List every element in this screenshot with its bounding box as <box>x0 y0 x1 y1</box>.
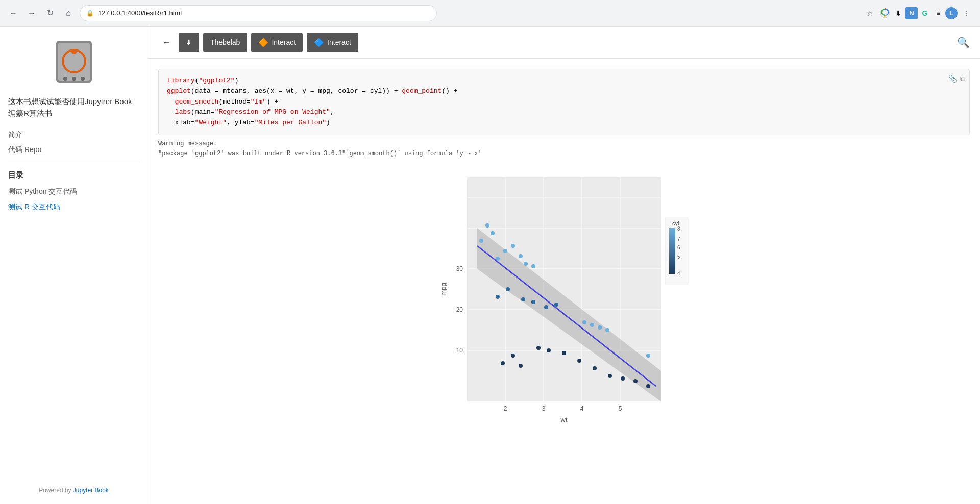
back-button[interactable]: ← <box>6 6 20 20</box>
x-axis-label: wt <box>560 416 568 423</box>
sidebar-toc-title: 目录 <box>8 170 139 180</box>
buffer-ext-icon[interactable]: ≡ <box>932 7 944 19</box>
svg-point-49 <box>598 325 602 330</box>
download-button[interactable]: ⬇ <box>179 33 199 52</box>
y-axis-label: mpg <box>439 283 447 296</box>
svg-point-51 <box>646 354 650 358</box>
svg-point-33 <box>506 287 510 291</box>
warning-line1: Warning message: <box>158 139 970 149</box>
toolbar-back-button[interactable]: ← <box>158 34 175 51</box>
n-ext-icon[interactable]: N <box>905 7 918 19</box>
svg-point-48 <box>590 323 594 327</box>
lock-icon: 🔒 <box>86 10 94 17</box>
google-ext-icon[interactable] <box>879 7 891 19</box>
sidebar-item-python[interactable]: 测试 Python 交互代码 <box>8 184 139 199</box>
sidebar-item-r[interactable]: 测试 R 交互代码 <box>8 199 139 215</box>
sidebar-item-repo[interactable]: 代码 Repo <box>8 142 139 158</box>
address-bar[interactable]: 🔒 127.0.0.1:4000/testR/r1.html <box>80 5 437 21</box>
svg-point-5 <box>63 77 67 81</box>
interact1-button[interactable]: 🔶 Interact <box>251 33 303 52</box>
svg-point-20 <box>501 361 505 365</box>
svg-point-37 <box>554 303 558 307</box>
chart-wrapper: 10 20 30 mpg 2 3 4 5 wt cyl <box>158 167 970 432</box>
interact2-label: Interact <box>327 38 351 46</box>
svg-point-6 <box>72 77 76 81</box>
svg-point-38 <box>479 239 483 243</box>
svg-point-42 <box>503 249 507 253</box>
extension-icons: ⬇ N G ≡ L <box>879 7 958 19</box>
code-cell-container: 📎 ⧉ library("ggplot2") ggplot(data = mtc… <box>158 69 970 135</box>
download-ext-icon[interactable]: ⬇ <box>892 7 904 19</box>
y-tick-20: 20 <box>456 306 463 313</box>
code-cell-actions: 📎 ⧉ <box>948 73 965 85</box>
svg-point-35 <box>531 300 535 304</box>
interact2-icon: 🔷 <box>314 38 324 47</box>
svg-point-30 <box>633 379 638 383</box>
svg-point-22 <box>519 364 523 368</box>
jupyter-logo-svg <box>51 37 97 88</box>
svg-rect-53 <box>669 228 675 274</box>
str-lm: "lm" <box>251 98 266 106</box>
kw-geom-point: geom_point <box>402 87 442 95</box>
bookmark-button[interactable]: ☆ <box>863 6 877 20</box>
x-tick-4: 4 <box>580 405 584 412</box>
user-ext-icon[interactable]: L <box>945 7 958 19</box>
search-icon[interactable]: 🔍 <box>957 36 970 48</box>
svg-point-44 <box>519 254 523 258</box>
sidebar-book-title: 这本书想试试能否使用Jupytrer Book 编纂R算法书 <box>8 96 139 119</box>
interact1-icon: 🔶 <box>258 38 268 47</box>
svg-point-40 <box>491 231 495 235</box>
forward-button[interactable]: → <box>24 6 39 20</box>
x-tick-2: 2 <box>504 405 507 412</box>
warning-container: Warning message: "package 'ggplot2' was … <box>158 139 970 159</box>
x-tick-5: 5 <box>619 405 622 412</box>
copy-icon[interactable]: 📎 <box>948 73 957 85</box>
svg-point-45 <box>524 262 528 266</box>
svg-point-23 <box>536 346 541 350</box>
browser-chrome: ← → ↻ ⌂ 🔒 127.0.0.1:4000/testR/r1.html ☆… <box>0 0 980 27</box>
code-line-5: xlab="Weight", ylab="Miles per Gallon") <box>167 118 961 129</box>
svg-point-36 <box>544 305 548 309</box>
code-line-2: ggplot(data = mtcars, aes(x = wt, y = mp… <box>167 86 961 97</box>
svg-point-4 <box>71 49 77 54</box>
str-ggplot2: "ggplot2" <box>199 77 234 84</box>
thebelab-label: Thebelab <box>210 38 240 46</box>
toolbar: ← ⬇ Thebelab 🔶 Interact 🔷 Interact 🔍 <box>148 27 980 59</box>
svg-point-28 <box>608 374 612 378</box>
footer-text: Powered by <box>39 487 73 494</box>
download-icon: ⬇ <box>186 38 192 46</box>
home-button[interactable]: ⌂ <box>61 6 76 20</box>
str-ylab: "Miles per Gallon" <box>255 119 326 127</box>
svg-point-41 <box>496 257 500 261</box>
svg-point-24 <box>547 348 551 352</box>
legend-val-5: 5 <box>677 254 680 260</box>
menu-button[interactable]: ⋮ <box>960 6 974 20</box>
interact2-button[interactable]: 🔷 Interact <box>307 33 358 52</box>
kw-ggplot: ggplot <box>167 87 191 95</box>
sidebar: 这本书想试试能否使用Jupytrer Book 编纂R算法书 简介 代码 Rep… <box>0 27 148 504</box>
warning-line2: "package 'ggplot2' was built under R ver… <box>158 149 970 159</box>
interact1-label: Interact <box>272 38 296 46</box>
expand-icon[interactable]: ⧉ <box>960 73 965 85</box>
svg-point-34 <box>521 297 525 301</box>
thebelab-button[interactable]: Thebelab <box>203 33 247 52</box>
content-area: ← ⬇ Thebelab 🔶 Interact 🔷 Interact 🔍 📎 <box>148 27 980 504</box>
svg-point-32 <box>496 295 500 299</box>
reload-button[interactable]: ↻ <box>43 6 57 20</box>
sidebar-item-intro[interactable]: 简介 <box>8 127 139 142</box>
svg-rect-52 <box>665 218 688 284</box>
svg-point-26 <box>577 359 581 363</box>
svg-point-46 <box>531 264 535 268</box>
kw-library: library <box>167 77 195 84</box>
code-line-4: labs(main="Regression of MPG on Weight", <box>167 107 961 118</box>
grammarly-ext-icon[interactable]: G <box>919 7 931 19</box>
svg-point-47 <box>582 320 586 324</box>
kw-labs: labs <box>175 108 191 116</box>
browser-actions: ☆ ⬇ N G ≡ L ⋮ <box>863 6 974 20</box>
kw-aes: aes <box>255 87 266 95</box>
svg-point-25 <box>562 351 566 355</box>
code-cell[interactable]: 📎 ⧉ library("ggplot2") ggplot(data = mtc… <box>158 69 970 135</box>
jupyter-book-link[interactable]: Jupyter Book <box>73 487 109 494</box>
svg-point-27 <box>593 366 597 370</box>
svg-point-43 <box>511 244 515 248</box>
